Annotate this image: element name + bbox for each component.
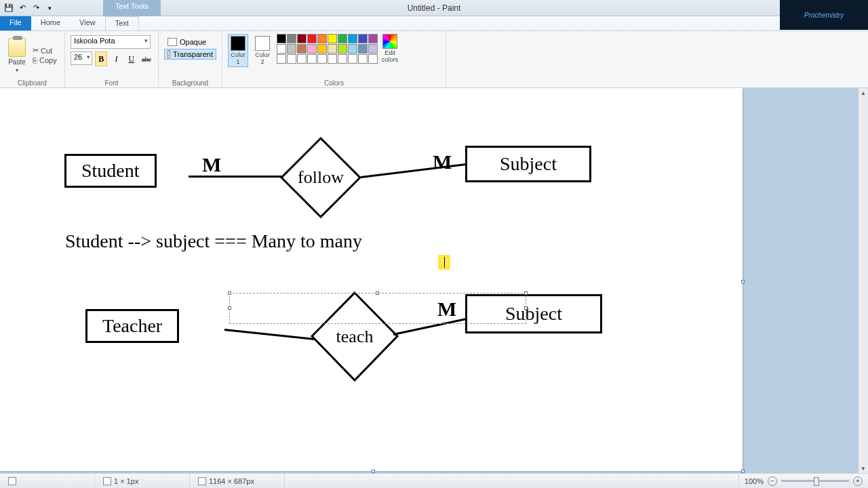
copy-button[interactable]: ⎘Copy bbox=[33, 56, 57, 64]
color-swatch-empty[interactable] bbox=[328, 54, 337, 64]
position-icon bbox=[8, 477, 16, 485]
color-swatch[interactable] bbox=[358, 34, 368, 43]
color2-swatch bbox=[255, 36, 270, 51]
color2-button[interactable]: Color 2 bbox=[252, 34, 273, 67]
color2-label: Color 2 bbox=[255, 52, 270, 65]
color-swatch-empty[interactable] bbox=[307, 54, 317, 64]
selection-icon bbox=[103, 477, 111, 485]
color-swatch[interactable] bbox=[348, 44, 357, 54]
font-size-select[interactable]: 26 bbox=[71, 52, 92, 65]
size-icon bbox=[198, 477, 206, 485]
watermark-overlay: Prochemistry bbox=[780, 0, 868, 30]
color-swatch-empty[interactable] bbox=[368, 54, 378, 64]
active-text-box[interactable]: M bbox=[229, 293, 526, 324]
opaque-option[interactable]: Opaque bbox=[164, 37, 216, 47]
zoom-out-button[interactable]: − bbox=[768, 476, 777, 486]
bold-button[interactable]: B bbox=[95, 52, 107, 66]
redo-icon[interactable]: ↷ bbox=[30, 2, 42, 14]
color-swatch[interactable] bbox=[287, 44, 296, 54]
color-swatch[interactable] bbox=[277, 34, 286, 43]
color-swatch[interactable] bbox=[287, 34, 296, 43]
group-clipboard: Clipboard bbox=[5, 79, 59, 87]
color-swatch[interactable] bbox=[368, 34, 378, 43]
line-teacher-teach bbox=[224, 329, 323, 341]
color-swatch-empty[interactable] bbox=[348, 54, 357, 64]
undo-icon[interactable]: ↶ bbox=[16, 2, 28, 14]
cursor-highlight bbox=[438, 255, 450, 270]
color-swatch[interactable] bbox=[338, 34, 347, 43]
copy-label: Copy bbox=[39, 56, 57, 64]
color-swatch[interactable] bbox=[317, 44, 327, 54]
color-swatch-empty[interactable] bbox=[277, 54, 286, 64]
status-size: 1164 × 687px bbox=[190, 474, 285, 488]
color1-swatch bbox=[231, 36, 245, 51]
canvas-handle-right[interactable] bbox=[741, 280, 745, 283]
color1-label: Color 1 bbox=[231, 52, 245, 65]
context-tab-text-tools: Text Tools bbox=[103, 0, 161, 16]
color-swatch[interactable] bbox=[338, 44, 347, 54]
cut-label: Cut bbox=[41, 47, 52, 55]
color-swatch[interactable] bbox=[328, 44, 337, 54]
color-swatch[interactable] bbox=[317, 34, 327, 43]
color-swatch[interactable] bbox=[277, 44, 286, 54]
paste-icon bbox=[8, 38, 26, 57]
status-position bbox=[0, 474, 95, 488]
window-title: Untitled - Paint bbox=[408, 3, 461, 13]
follow-label: follow bbox=[298, 167, 344, 188]
canvas-size-label: 1164 × 687px bbox=[209, 477, 254, 485]
color-swatch-empty[interactable] bbox=[297, 54, 307, 64]
zoom-slider[interactable] bbox=[781, 480, 849, 482]
explanation-text: Student --> subject === Many to many bbox=[65, 230, 362, 252]
transparent-option[interactable]: Transparent bbox=[164, 49, 216, 60]
color-swatch[interactable] bbox=[368, 44, 378, 54]
color-palette bbox=[277, 34, 378, 64]
edit-colors-button[interactable]: Edit colors bbox=[382, 34, 398, 63]
color-swatch[interactable] bbox=[297, 44, 307, 54]
relationship-follow: follow bbox=[280, 137, 361, 218]
color-swatch[interactable] bbox=[328, 34, 337, 43]
entity-subject1: Subject bbox=[465, 146, 591, 182]
tab-home[interactable]: Home bbox=[31, 16, 70, 30]
underline-button[interactable]: U bbox=[125, 52, 138, 66]
status-selection: 1 × 1px bbox=[95, 474, 190, 488]
color-swatch-empty[interactable] bbox=[358, 54, 368, 64]
color1-button[interactable]: Color 1 bbox=[228, 34, 248, 67]
strikethrough-button[interactable]: abc bbox=[140, 52, 153, 66]
file-tab[interactable]: File bbox=[0, 16, 31, 30]
transparent-label: Transparent bbox=[173, 50, 213, 58]
scroll-up-icon[interactable]: ▲ bbox=[859, 88, 868, 98]
paste-button[interactable]: Paste ▾ bbox=[5, 37, 28, 75]
group-background: Background bbox=[164, 79, 216, 87]
cardinality-m2: M bbox=[433, 150, 452, 174]
paste-label: Paste bbox=[8, 58, 26, 66]
edit-colors-label: Edit colors bbox=[382, 49, 398, 63]
color-swatch[interactable] bbox=[358, 44, 368, 54]
color-swatch[interactable] bbox=[297, 34, 307, 43]
group-font: Font bbox=[71, 79, 153, 87]
color-swatch-empty[interactable] bbox=[338, 54, 347, 64]
tab-view[interactable]: View bbox=[70, 16, 105, 30]
italic-button[interactable]: I bbox=[110, 52, 122, 66]
entity-teacher: Teacher bbox=[85, 309, 179, 343]
cursor-pos-label: 1 × 1px bbox=[114, 477, 138, 485]
zoom-in-button[interactable]: + bbox=[853, 476, 863, 486]
color-swatch[interactable] bbox=[307, 44, 317, 54]
cut-button[interactable]: ✂Cut bbox=[33, 46, 57, 55]
color-swatch[interactable] bbox=[307, 34, 317, 43]
transparent-icon bbox=[167, 50, 170, 58]
qat-customize-icon[interactable]: ▾ bbox=[43, 2, 56, 14]
color-swatch-empty[interactable] bbox=[287, 54, 296, 64]
color-swatch[interactable] bbox=[348, 34, 357, 43]
zoom-level: 100% bbox=[745, 477, 764, 485]
tab-text[interactable]: Text bbox=[105, 16, 139, 30]
font-family-select[interactable]: Iskoola Pota bbox=[71, 35, 151, 49]
status-filesize bbox=[285, 474, 739, 488]
opaque-icon bbox=[167, 38, 177, 46]
canvas[interactable]: Student M follow M Subject Student --> s… bbox=[0, 88, 743, 471]
vertical-scrollbar[interactable]: ▲ ▼ bbox=[859, 88, 868, 473]
entity-student: Student bbox=[64, 154, 157, 188]
group-colors: Colors bbox=[228, 79, 440, 87]
color-swatch-empty[interactable] bbox=[317, 54, 327, 64]
scroll-down-icon[interactable]: ▼ bbox=[859, 464, 868, 473]
save-icon[interactable]: 💾 bbox=[3, 2, 15, 14]
